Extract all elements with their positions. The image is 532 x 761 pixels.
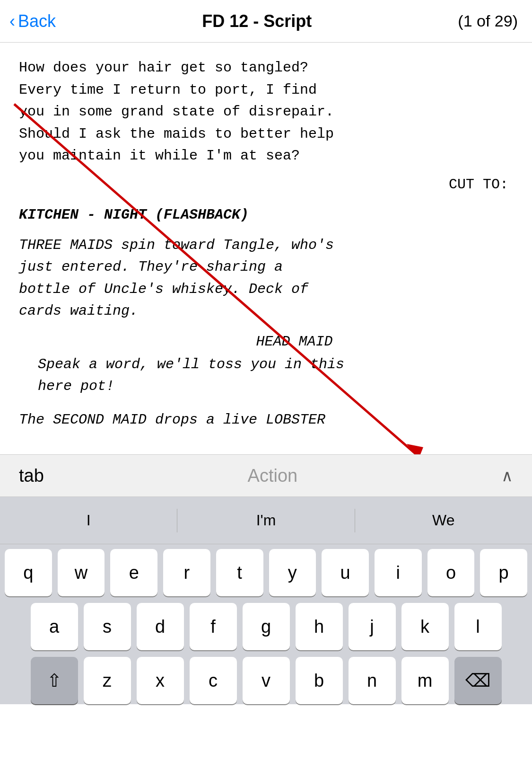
- key-v[interactable]: v: [243, 657, 290, 704]
- key-m[interactable]: m: [401, 657, 449, 704]
- key-a[interactable]: a: [31, 603, 78, 650]
- key-o[interactable]: o: [427, 549, 475, 596]
- delete-key[interactable]: ⌫: [454, 657, 502, 704]
- autocomplete-item-3[interactable]: We: [355, 502, 532, 539]
- key-x[interactable]: x: [137, 657, 184, 704]
- key-h[interactable]: h: [296, 603, 343, 650]
- script-content[interactable]: How does your hair get so tangled? Every…: [0, 43, 532, 454]
- autocomplete-item-1[interactable]: I: [0, 502, 177, 539]
- key-i[interactable]: i: [375, 549, 422, 596]
- page-title: FD 12 - Script: [202, 11, 312, 31]
- autocomplete-item-2[interactable]: I'm: [177, 502, 354, 539]
- back-button[interactable]: ‹ Back: [9, 11, 56, 31]
- action-paragraph-1: THREE MAIDS spin toward Tangle, who's ju…: [19, 234, 513, 322]
- key-q[interactable]: q: [5, 549, 52, 596]
- key-t[interactable]: t: [216, 549, 263, 596]
- svg-marker-1: [407, 444, 423, 454]
- script-toolbar: tab Action ∧: [0, 454, 532, 497]
- dialogue-1: Speak a word, we'll toss you in this her…: [19, 354, 513, 398]
- keyboard: q w e r t y u i o p a s d f g h j k l ⇧ …: [0, 544, 532, 704]
- key-l[interactable]: l: [454, 603, 502, 650]
- key-b[interactable]: b: [296, 657, 343, 704]
- keyboard-row-1: q w e r t y u i o p: [0, 549, 532, 596]
- page-count: (1 of 29): [458, 12, 518, 30]
- tab-button[interactable]: tab: [19, 466, 44, 486]
- key-k[interactable]: k: [401, 603, 449, 650]
- key-j[interactable]: j: [349, 603, 396, 650]
- key-w[interactable]: w: [58, 549, 105, 596]
- back-label[interactable]: Back: [18, 11, 56, 31]
- keyboard-row-2: a s d f g h j k l: [0, 603, 532, 650]
- action-paragraph-2: The SECOND MAID drops a live LOBSTER: [19, 409, 513, 431]
- script-paragraph-1: How does your hair get so tangled? Every…: [19, 57, 513, 167]
- key-s[interactable]: s: [84, 603, 131, 650]
- key-n[interactable]: n: [349, 657, 396, 704]
- key-e[interactable]: e: [110, 549, 157, 596]
- key-z[interactable]: z: [84, 657, 131, 704]
- key-c[interactable]: c: [190, 657, 237, 704]
- key-y[interactable]: y: [269, 549, 316, 596]
- key-r[interactable]: r: [163, 549, 210, 596]
- navigation-bar: ‹ Back FD 12 - Script (1 of 29): [0, 0, 532, 43]
- cut-to-direction: CUT TO:: [19, 177, 513, 193]
- back-chevron-icon: ‹: [9, 11, 15, 31]
- action-type-label[interactable]: Action: [248, 466, 298, 486]
- key-g[interactable]: g: [243, 603, 290, 650]
- scene-heading: KITCHEN - NIGHT (FLASHBACK): [19, 207, 513, 223]
- key-d[interactable]: d: [137, 603, 184, 650]
- key-f[interactable]: f: [190, 603, 237, 650]
- key-u[interactable]: u: [322, 549, 369, 596]
- chevron-up-icon[interactable]: ∧: [501, 466, 513, 485]
- keyboard-row-3: ⇧ z x c v b n m ⌫: [0, 657, 532, 704]
- key-p[interactable]: p: [480, 549, 527, 596]
- autocomplete-bar: I I'm We: [0, 497, 532, 544]
- character-name: HEAD MAID: [19, 334, 513, 350]
- shift-key[interactable]: ⇧: [31, 657, 78, 704]
